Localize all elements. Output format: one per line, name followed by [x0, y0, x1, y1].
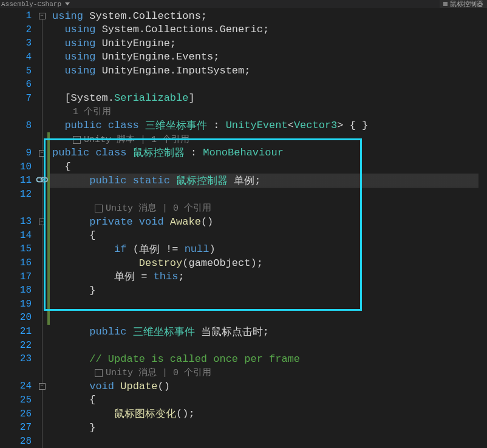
token: using: [64, 51, 101, 63]
token: 单例: [114, 270, 141, 283]
vertical-scrollbar[interactable]: [478, 16, 487, 448]
code-line[interactable]: [50, 311, 487, 324]
token: .: [108, 92, 114, 104]
token: {: [89, 394, 95, 406]
token: [185, 147, 191, 158]
code-area[interactable]: using System.Collections; using System.C…: [50, 8, 487, 448]
code-line[interactable]: public static 鼠标控制器 单例;: [50, 174, 487, 188]
token: <: [288, 120, 294, 131]
code-line[interactable]: [50, 297, 487, 311]
fold-cell: [36, 229, 47, 243]
fold-cell: [36, 407, 47, 421]
fold-minus-icon[interactable]: −: [39, 150, 46, 157]
codelens-line[interactable]: Unity 消息 | 0 个引用: [50, 366, 487, 379]
token: public: [89, 326, 132, 338]
code-line[interactable]: [50, 339, 487, 352]
token: ;: [213, 51, 219, 63]
fold-cell: [36, 256, 47, 270]
tab-class[interactable]: 鼠标控制器: [440, 0, 487, 8]
code-line[interactable]: using System.Collections;: [50, 9, 487, 22]
token: this: [154, 271, 179, 282]
token: 单例: [139, 242, 166, 256]
token: 三维坐标事件: [145, 118, 207, 132]
codelens-line[interactable]: 1 个引用: [50, 104, 487, 118]
fold-minus-icon[interactable]: −: [39, 13, 46, 19]
token: Events: [176, 51, 213, 63]
token: System: [89, 10, 126, 22]
code-line[interactable]: public class 三维坐标事件 : UnityEvent<Vector3…: [50, 118, 487, 132]
unity-cube-icon: [95, 205, 103, 212]
codelens-line[interactable]: Unity 脚本 | 1 个引用: [50, 132, 487, 146]
fold-cell: [36, 338, 47, 352]
code-line[interactable]: [50, 188, 487, 201]
fold-minus-icon[interactable]: −: [39, 219, 46, 225]
fold-minus-icon[interactable]: −: [39, 383, 46, 390]
code-line[interactable]: using System.Collections.Generic;: [50, 22, 487, 36]
token: public static: [89, 175, 176, 186]
fold-cell: [36, 78, 47, 92]
code-line[interactable]: using UnityEngine.Events;: [50, 50, 487, 63]
fold-cell: [36, 105, 47, 119]
fold-cell: [36, 365, 47, 379]
codelens-text[interactable]: Unity 消息 | 0 个引用: [106, 367, 211, 378]
fold-cell[interactable]: −: [36, 215, 47, 229]
fold-column[interactable]: −−−−: [36, 8, 47, 448]
fold-cell[interactable]: −: [36, 146, 47, 160]
token: public class: [52, 147, 133, 158]
fold-cell: [36, 132, 47, 146]
code-line[interactable]: public class 鼠标控制器 : MonoBehaviour: [50, 146, 487, 160]
line-number: 9: [0, 146, 36, 160]
codelens-text[interactable]: Unity 消息 | 0 个引用: [106, 202, 211, 214]
token: using: [52, 10, 89, 22]
code-line[interactable]: 鼠标图标变化();: [50, 407, 487, 421]
code-line[interactable]: }: [50, 283, 487, 297]
code-line[interactable]: void Update(): [50, 379, 487, 393]
token: ;: [188, 408, 194, 419]
line-number: 23: [0, 352, 36, 366]
line-number: [0, 365, 36, 379]
codelens-text[interactable]: Unity 脚本 | 1 个引用: [84, 134, 189, 145]
fold-cell[interactable]: −: [36, 9, 47, 23]
code-line[interactable]: {: [50, 228, 487, 242]
code-line[interactable]: using UnityEngine;: [50, 36, 487, 50]
token: [126, 243, 132, 255]
code-line[interactable]: [System.Serializable]: [50, 91, 487, 104]
code-line[interactable]: // Update is called once per frame: [50, 352, 487, 365]
token: .: [139, 24, 145, 35]
line-number: 1: [0, 9, 36, 23]
chevron-down-icon[interactable]: [65, 2, 70, 5]
codelens-line[interactable]: Unity 消息 | 0 个引用: [50, 201, 487, 214]
code-line[interactable]: public 三维坐标事件 当鼠标点击时;: [50, 325, 487, 339]
codelens-text[interactable]: 1 个引用: [73, 106, 111, 117]
code-line[interactable]: private void Awake(): [50, 215, 487, 228]
fold-cell[interactable]: −: [36, 379, 47, 393]
token: if: [114, 243, 126, 255]
token: }: [89, 285, 95, 296]
token: ;: [201, 10, 207, 22]
token: UnityEngine: [102, 51, 170, 63]
line-number: 27: [0, 421, 36, 435]
token: // Update is called once per frame: [89, 353, 300, 365]
code-line[interactable]: Destroy(gameObject);: [50, 256, 487, 270]
code-line[interactable]: {: [50, 160, 487, 173]
line-number: 8: [0, 119, 36, 133]
code-line[interactable]: }: [50, 421, 487, 434]
code-line[interactable]: 单例 = this;: [50, 270, 487, 283]
code-line[interactable]: if (单例 != null): [50, 242, 487, 256]
line-number: 20: [0, 311, 36, 325]
tab-label: 鼠标控制器: [450, 0, 483, 8]
token: Destroy: [139, 257, 182, 269]
code-line[interactable]: using UnityEngine.InputSystem;: [50, 64, 487, 77]
code-line[interactable]: {: [50, 393, 487, 407]
token: :: [191, 147, 197, 158]
token: [147, 271, 153, 282]
assembly-dropdown[interactable]: Assembly-CSharp: [1, 1, 61, 8]
line-number: 21: [0, 325, 36, 339]
token: 三维坐标事件: [133, 325, 195, 339]
code-editor[interactable]: 1234567891011121314151617181920212223242…: [0, 8, 487, 448]
code-line[interactable]: [50, 77, 487, 90]
code-line[interactable]: [50, 435, 487, 448]
line-number: 24: [0, 379, 36, 393]
fold-cell: [36, 201, 47, 215]
class-icon: [443, 2, 448, 6]
